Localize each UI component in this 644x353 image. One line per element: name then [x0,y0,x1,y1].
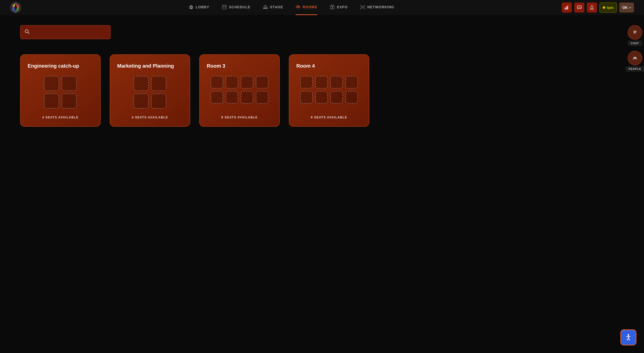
room-title: Room 3 [207,63,225,69]
svg-marker-5 [189,5,193,7]
accessibility-icon [625,334,632,341]
seats-grid [28,76,93,109]
side-panel: CHAT PEOPLE [626,25,644,75]
rooms-grid: Engineering catch-up4 SEATS AVAILABLEMar… [20,54,624,127]
people-label: PEOPLE [626,66,644,71]
seat-slot [345,91,358,104]
notification-button[interactable] [587,3,597,13]
stage-label: STAGE [270,5,283,9]
seat-slot [62,94,77,109]
networking-icon [360,5,365,10]
svg-rect-32 [565,8,566,10]
svg-rect-13 [263,8,268,9]
seats-grid [296,76,362,104]
seat-slot [241,91,253,104]
points-value: 0pts [607,6,614,10]
svg-rect-4 [190,8,192,9]
lobby-label: LOBBY [196,5,209,9]
nav-item-rooms[interactable]: ROOMS [296,5,317,11]
accessibility-button[interactable] [620,329,636,345]
room-card-room-3[interactable]: Room 38 SEATS AVAILABLE [199,54,280,127]
svg-point-41 [632,30,637,35]
svg-rect-22 [331,5,333,6]
chevron-down-icon [629,6,631,9]
svg-point-46 [633,57,635,58]
nav-items: LOBBY SCHEDULE STAGE [36,5,547,11]
main-content: Engineering catch-up4 SEATS AVAILABLEMar… [0,15,644,137]
svg-rect-34 [567,6,568,10]
side-chat-button[interactable] [628,25,642,40]
analytics-icon [565,5,569,10]
side-people-button[interactable] [628,51,642,65]
chat-nav-icon [577,5,582,10]
nav-item-schedule[interactable]: SCHEDULE [222,5,250,11]
seat-slot [226,91,238,104]
points-dot [603,6,605,9]
seat-slot [211,91,223,104]
seat-slot [44,76,59,91]
room-title: Room 4 [296,63,315,69]
chat-button[interactable] [574,3,584,13]
analytics-button[interactable] [562,3,572,13]
seat-slot [330,91,343,104]
rooms-label: ROOMS [303,5,317,9]
svg-rect-12 [225,7,226,8]
seat-slot [345,76,358,89]
room-card-room-2[interactable]: Marketing and Planning4 SEATS AVAILABLE [110,54,190,127]
logo[interactable] [10,2,21,13]
seats-available-label: 8 SEATS AVAILABLE [207,116,272,119]
rooms-icon [296,5,301,10]
bell-icon [590,5,594,10]
nav-item-networking[interactable]: NETWORKING [360,5,394,11]
side-chat-icon [632,29,638,35]
expo-label: EXPO [337,5,348,9]
search-section [20,25,111,39]
seat-slot [134,76,149,91]
svg-rect-11 [224,7,225,8]
svg-rect-2 [190,7,190,9]
points-display[interactable]: 0pts [599,3,617,13]
seat-slot [300,76,313,89]
svg-point-39 [25,30,28,33]
user-menu-button[interactable]: OK [619,3,634,13]
top-navigation: LOBBY SCHEDULE STAGE [0,0,644,15]
lobby-icon [189,5,194,10]
seat-slot [330,76,343,89]
svg-point-17 [298,5,299,6]
svg-point-36 [578,7,579,8]
room-card-room-4[interactable]: Room 48 SEATS AVAILABLE [289,54,369,127]
svg-line-52 [628,338,630,340]
seat-slot [151,76,166,91]
seat-slot [226,76,238,89]
nav-item-expo[interactable]: EXPO [330,5,348,11]
svg-point-45 [632,56,637,61]
seats-grid [207,76,272,104]
seat-slot [241,76,253,89]
svg-point-42 [634,32,635,32]
nav-item-lobby[interactable]: LOBBY [189,5,209,11]
schedule-icon [222,5,227,10]
nav-item-stage[interactable]: STAGE [263,5,283,11]
seats-grid [117,76,183,109]
svg-point-38 [580,7,581,8]
search-container[interactable] [20,25,111,39]
svg-point-37 [579,7,580,8]
svg-point-47 [635,57,636,58]
svg-point-18 [297,7,298,8]
svg-rect-6 [222,5,226,9]
seat-slot [315,91,328,104]
schedule-label: SCHEDULE [229,5,250,9]
room-card-room-1[interactable]: Engineering catch-up4 SEATS AVAILABLE [20,54,101,127]
svg-rect-1 [189,7,193,7]
svg-point-24 [360,5,361,6]
side-people-icon [632,55,638,61]
room-title: Engineering catch-up [28,63,79,69]
search-input[interactable] [32,30,106,34]
seats-available-label: 4 SEATS AVAILABLE [117,116,183,119]
svg-rect-33 [566,7,567,10]
nav-right-actions: 0pts OK [562,3,634,13]
svg-point-44 [635,32,636,32]
chat-label: CHAT [628,41,642,46]
seat-slot [44,94,59,109]
svg-rect-10 [223,7,224,8]
